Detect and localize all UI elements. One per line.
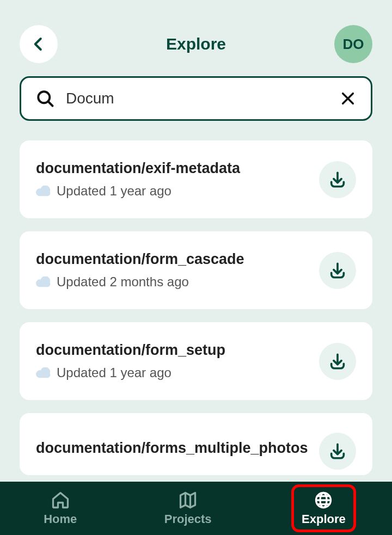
results-list: documentation/exif-metadata Updated 1 ye… [0, 140, 392, 475]
download-button[interactable] [319, 433, 356, 470]
result-title: documentation/form_cascade [36, 251, 308, 268]
cloud-icon [36, 276, 51, 287]
nav-explore-label: Explore [302, 512, 346, 526]
home-icon [51, 490, 70, 510]
nav-explore[interactable]: Explore [291, 484, 356, 532]
cloud-icon [36, 367, 51, 378]
clear-icon[interactable] [339, 90, 357, 107]
result-card[interactable]: documentation/form_cascade Updated 2 mon… [20, 231, 372, 309]
download-icon [328, 261, 347, 280]
search-bar[interactable] [20, 76, 372, 121]
nav-home-label: Home [44, 512, 77, 526]
result-card[interactable]: documentation/form_setup Updated 1 year … [20, 322, 372, 400]
nav-projects-label: Projects [164, 512, 212, 526]
download-button[interactable] [319, 161, 356, 198]
download-button[interactable] [319, 252, 356, 289]
download-icon [328, 352, 347, 371]
map-icon [178, 490, 198, 510]
result-title: documentation/exif-metadata [36, 160, 308, 177]
bottom-nav: Home Projects Explore [0, 482, 392, 535]
chevron-left-icon [30, 36, 47, 52]
result-subtitle: Updated 2 months ago [57, 274, 189, 290]
search-icon [35, 89, 55, 108]
nav-home[interactable]: Home [36, 487, 84, 530]
header-bar: Explore DO [0, 0, 392, 76]
cloud-icon [36, 186, 51, 196]
result-card[interactable]: documentation/exif-metadata Updated 1 ye… [20, 140, 372, 218]
download-button[interactable] [319, 343, 356, 380]
svg-line-1 [48, 102, 53, 106]
globe-icon [314, 490, 333, 510]
avatar[interactable]: DO [334, 25, 372, 63]
result-card[interactable]: documentation/forms_multiple_photos [20, 413, 372, 475]
svg-marker-8 [181, 493, 195, 508]
result-subtitle: Updated 1 year ago [57, 183, 171, 199]
page-title: Explore [166, 35, 226, 53]
download-icon [328, 170, 347, 189]
result-title: documentation/forms_multiple_photos [36, 440, 308, 457]
result-subtitle: Updated 1 year ago [57, 365, 171, 380]
nav-projects[interactable]: Projects [157, 487, 219, 530]
result-title: documentation/form_setup [36, 342, 308, 359]
download-icon [328, 442, 347, 460]
back-button[interactable] [20, 25, 58, 63]
search-input[interactable] [66, 90, 328, 107]
